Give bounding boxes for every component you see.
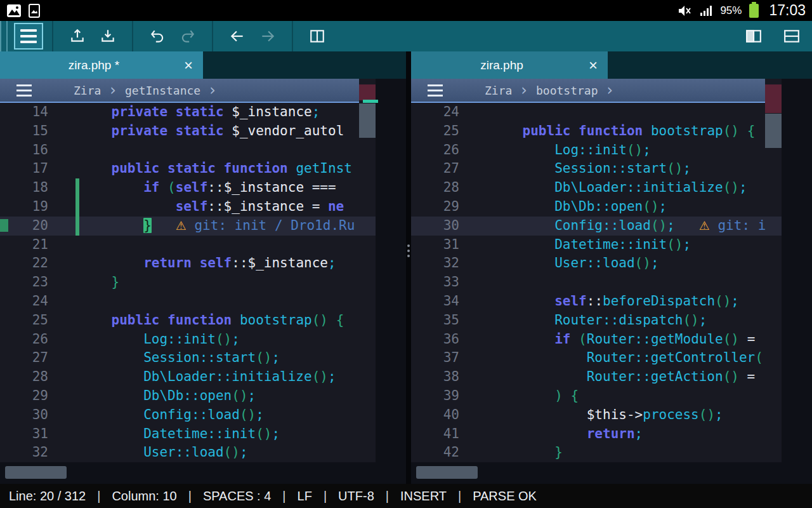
code-line[interactable]: 24 <box>411 103 782 122</box>
change-indicator <box>48 254 79 273</box>
code-token <box>490 199 554 214</box>
breadcrumb-item-method[interactable]: getInstance <box>125 84 200 97</box>
code-line[interactable]: 32 User::load(); <box>0 443 376 462</box>
breadcrumb-item-method[interactable]: bootstrap <box>536 84 598 97</box>
code-token: Router::getController <box>587 350 756 365</box>
code-line[interactable]: 35 Router::dispatch(); <box>411 311 782 330</box>
split-view-button[interactable] <box>302 21 332 51</box>
code-token <box>490 180 554 195</box>
code-line[interactable]: 29 Db\Db::open(); <box>0 387 376 406</box>
menu-button[interactable] <box>14 23 43 50</box>
code-editor[interactable]: 14 private static $_instance;15 private … <box>0 103 376 462</box>
breadcrumb-menu-icon[interactable] <box>16 90 33 91</box>
code-line[interactable]: 41 return; <box>411 425 782 444</box>
toolbar-grip[interactable] <box>0 21 8 51</box>
change-indicator <box>48 217 79 236</box>
code-line[interactable]: 23 } <box>0 273 376 292</box>
code-text: $this->process(); <box>490 406 782 425</box>
code-line[interactable]: 40 $this->process(); <box>411 406 782 425</box>
code-line[interactable]: 20 } ⚠ git: init / Dro1d.Ru <box>0 217 376 236</box>
code-line[interactable]: 30 Config::load(); ⚠ git: i <box>411 217 782 236</box>
code-token <box>224 123 232 138</box>
change-indicator <box>48 349 79 368</box>
line-number: 37 <box>411 349 459 368</box>
split-horizontal-button[interactable] <box>776 21 807 51</box>
code-token: function <box>167 312 232 328</box>
code-line[interactable]: 27 Session::start(); <box>0 349 376 368</box>
tab-label: zira.php <box>421 58 582 72</box>
code-line[interactable]: 18 if (self::$_instance === <box>0 178 376 197</box>
pane-divider[interactable] <box>406 51 411 484</box>
vertical-scrollbar[interactable] <box>359 104 376 138</box>
code-line[interactable]: 38 Router::getAction() = <box>411 368 782 387</box>
code-line[interactable]: 25 public function bootstrap() { <box>0 311 376 330</box>
forward-icon <box>259 28 276 44</box>
code-token <box>79 407 143 422</box>
code-line[interactable]: 26 Log::init(); <box>0 330 376 349</box>
code-line[interactable]: 16 <box>0 141 376 160</box>
vertical-scrollbar[interactable] <box>765 114 782 148</box>
line-number: 24 <box>411 103 459 122</box>
tab-close-icon[interactable]: × <box>184 58 193 73</box>
back-button[interactable] <box>222 21 252 51</box>
code-token: ; <box>651 255 659 271</box>
code-line[interactable]: 39 ) { <box>411 387 782 406</box>
tab-zira-php[interactable]: zira.php * × <box>0 51 203 79</box>
code-line[interactable]: 32 User::load(); <box>411 254 782 273</box>
code-line[interactable]: 25 public function bootstrap() { <box>411 122 782 141</box>
code-line[interactable]: 42 } <box>411 443 782 462</box>
code-token <box>490 142 554 157</box>
line-number: 31 <box>0 425 48 444</box>
editor-content: Zira › bootstrap › 2425 public function … <box>411 79 812 462</box>
open-button[interactable] <box>62 21 93 51</box>
code-line[interactable]: 28 Db\Loader::initialize(); <box>411 178 782 197</box>
breadcrumb-menu-icon[interactable] <box>428 90 444 91</box>
horizontal-scrollbar[interactable] <box>416 466 478 479</box>
split-vertical-icon <box>745 28 763 44</box>
code-token: private <box>112 104 168 119</box>
code-line[interactable]: 30 Config::load(); <box>0 406 376 425</box>
code-line[interactable]: 14 private static $_instance; <box>0 103 376 122</box>
bookmark-marker <box>0 219 8 232</box>
code-line[interactable]: 31 Datetime::init(); <box>411 236 782 255</box>
code-line[interactable]: 28 Db\Loader::initialize(); <box>0 368 376 387</box>
split-vertical-button[interactable] <box>738 21 769 51</box>
code-line[interactable]: 26 Log::init(); <box>411 141 782 160</box>
code-line[interactable]: 34 self::beforeDispatch(); <box>411 292 782 311</box>
undo-button[interactable] <box>142 21 173 51</box>
code-text: Router::getAction() = <box>490 368 782 387</box>
code-line[interactable]: 22 return self::$_instance; <box>0 254 376 273</box>
code-line[interactable]: 37 Router::getController( <box>411 349 782 368</box>
code-line[interactable]: 27 Session::start(); <box>411 159 782 178</box>
redo-button[interactable] <box>173 21 203 51</box>
code-line[interactable]: 19 self::$_instance = ne <box>0 197 376 217</box>
code-text: User::load(); <box>79 443 376 462</box>
code-token: return <box>143 255 192 271</box>
forward-button[interactable] <box>252 21 283 51</box>
divider-handle-icon[interactable] <box>407 242 410 260</box>
tab-zira-php[interactable]: zira.php × <box>411 51 608 79</box>
horizontal-scroll-track <box>0 462 406 484</box>
code-line[interactable]: 31 Datetime::init(); <box>0 425 376 444</box>
chevron-right-icon: › <box>521 81 527 99</box>
code-token <box>490 369 587 384</box>
code-line[interactable]: 17 public static function getInst <box>0 159 376 178</box>
tab-close-icon[interactable]: × <box>589 58 598 73</box>
code-token: $_instance <box>232 104 311 119</box>
code-line[interactable]: 33 <box>411 273 782 292</box>
code-editor[interactable]: 2425 public function bootstrap() {26 Log… <box>411 103 782 462</box>
code-line[interactable]: 36 if (Router::getModule() = <box>411 330 782 349</box>
system-indicators: 95% 17:03 <box>677 2 806 19</box>
breadcrumb-item-class[interactable]: Zira <box>485 84 512 97</box>
code-token <box>79 312 112 328</box>
change-indicator <box>459 141 490 160</box>
code-line[interactable]: 15 private static $_vendor_autol <box>0 122 376 141</box>
code-line[interactable]: 29 Db\Db::open(); <box>411 197 782 217</box>
horizontal-scrollbar[interactable] <box>5 466 67 479</box>
code-token <box>490 255 554 271</box>
code-token <box>79 369 143 384</box>
save-button[interactable] <box>93 21 123 51</box>
code-line[interactable]: 24 <box>0 292 376 311</box>
code-line[interactable]: 21 <box>0 236 376 255</box>
breadcrumb-item-class[interactable]: Zira <box>74 84 101 97</box>
